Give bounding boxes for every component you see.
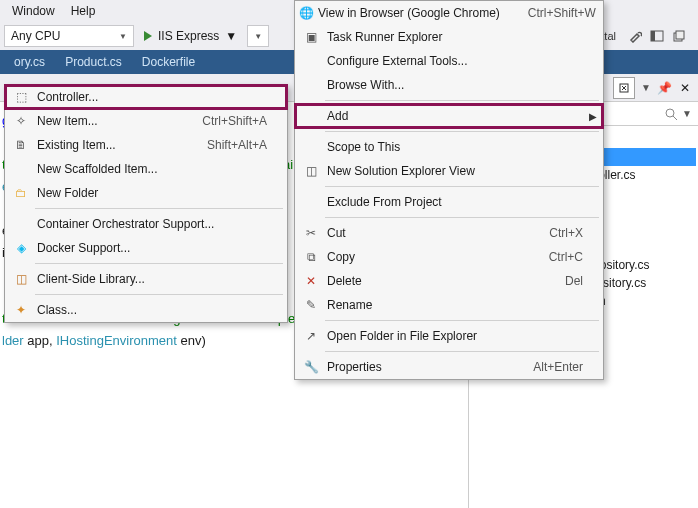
- explorer-icon: ↗: [299, 329, 323, 343]
- controller-icon: ⬚: [9, 90, 33, 104]
- pin-icon[interactable]: 📌: [657, 81, 672, 95]
- menu-separator: [35, 263, 283, 264]
- menu-scope-to-this[interactable]: Scope to This: [295, 135, 603, 159]
- search-icon: [664, 107, 678, 121]
- menu-separator: [325, 100, 599, 101]
- menu-client-side-library[interactable]: ◫Client-Side Library...: [5, 267, 287, 291]
- menu-label: Copy: [323, 250, 529, 264]
- menu-label: Scope to This: [323, 140, 583, 154]
- menu-task-runner[interactable]: ▣Task Runner Explorer: [295, 25, 603, 49]
- context-menu: 🌐View in Browser (Google Chrome)Ctrl+Shi…: [294, 0, 604, 380]
- menu-view-in-browser[interactable]: 🌐View in Browser (Google Chrome)Ctrl+Shi…: [295, 1, 603, 25]
- chevron-down-icon: ▼: [225, 29, 237, 43]
- menu-accelerator: Shift+Alt+A: [187, 138, 267, 152]
- menu-label: Existing Item...: [33, 138, 187, 152]
- menu-label: New Item...: [33, 114, 182, 128]
- menu-separator: [325, 320, 599, 321]
- menu-open-folder[interactable]: ↗Open Folder in File Explorer: [295, 324, 603, 348]
- run-button[interactable]: IIS Express ▼: [138, 25, 243, 47]
- solution-view-icon: ◫: [299, 164, 323, 178]
- menu-new-item[interactable]: ✧New Item...Ctrl+Shift+A: [5, 109, 287, 133]
- menu-label: New Solution Explorer View: [323, 164, 583, 178]
- menu-browse-with[interactable]: Browse With...: [295, 73, 603, 97]
- svg-rect-3: [676, 31, 684, 39]
- menu-controller[interactable]: ⬚Controller...: [5, 85, 287, 109]
- menu-label: Delete: [323, 274, 545, 288]
- svg-point-5: [666, 109, 674, 117]
- menu-label: Properties: [323, 360, 513, 374]
- menu-accelerator: Ctrl+Shift+A: [182, 114, 267, 128]
- menu-accelerator: Del: [545, 274, 583, 288]
- menu-existing-item[interactable]: 🗎Existing Item...Shift+Alt+A: [5, 133, 287, 157]
- menu-accelerator: Ctrl+Shift+W: [508, 6, 596, 20]
- tab-repository[interactable]: ory.cs: [4, 51, 55, 73]
- chevron-down-icon: ▼: [254, 32, 262, 41]
- existing-item-icon: 🗎: [9, 138, 33, 152]
- close-icon[interactable]: ✕: [678, 81, 692, 95]
- menu-label: Add: [323, 109, 583, 123]
- layout-icon[interactable]: [648, 27, 666, 45]
- svg-rect-1: [651, 31, 655, 41]
- cut-icon: ✂: [299, 226, 323, 240]
- menu-label: Docker Support...: [33, 241, 267, 255]
- code-token: app,: [24, 333, 57, 348]
- menu-docker-support[interactable]: ◈Docker Support...: [5, 236, 287, 260]
- chevron-down-icon: ▼: [678, 108, 692, 119]
- class-icon: ✦: [9, 303, 33, 317]
- menu-separator: [35, 208, 283, 209]
- add-submenu: ⬚Controller... ✧New Item...Ctrl+Shift+A …: [4, 84, 288, 323]
- menu-window[interactable]: Window: [4, 0, 63, 22]
- menu-separator: [325, 217, 599, 218]
- menu-label: View in Browser (Google Chrome): [314, 6, 508, 20]
- menu-separator: [325, 131, 599, 132]
- menu-class[interactable]: ✦Class...: [5, 298, 287, 322]
- menu-help[interactable]: Help: [63, 0, 104, 22]
- menu-new-folder[interactable]: 🗀New Folder: [5, 181, 287, 205]
- menu-label: New Folder: [33, 186, 267, 200]
- menu-separator: [325, 351, 599, 352]
- menu-accelerator: Ctrl+C: [529, 250, 583, 264]
- menu-label: Cut: [323, 226, 529, 240]
- submenu-arrow-icon: ▶: [589, 111, 597, 122]
- menu-label: Class...: [33, 303, 267, 317]
- menu-new-solution-view[interactable]: ◫New Solution Explorer View: [295, 159, 603, 183]
- menu-copy[interactable]: ⧉CopyCtrl+C: [295, 245, 603, 269]
- menu-properties[interactable]: 🔧PropertiesAlt+Enter: [295, 355, 603, 379]
- layers-icon[interactable]: [670, 27, 688, 45]
- menu-container-support[interactable]: Container Orchestrator Support...: [5, 212, 287, 236]
- tab-product[interactable]: Product.cs: [55, 51, 132, 73]
- menu-delete[interactable]: ✕DeleteDel: [295, 269, 603, 293]
- menu-rename[interactable]: ✎Rename: [295, 293, 603, 317]
- chevron-down-icon: ▼: [119, 32, 127, 41]
- menu-label: Open Folder in File Explorer: [323, 329, 583, 343]
- tab-dockerfile[interactable]: Dockerfile: [132, 51, 205, 73]
- scope-icon[interactable]: [613, 77, 635, 99]
- docker-icon: ◈: [9, 241, 33, 255]
- menu-configure-external[interactable]: Configure External Tools...: [295, 49, 603, 73]
- copy-icon: ⧉: [299, 250, 323, 264]
- menu-accelerator: Ctrl+X: [529, 226, 583, 240]
- menu-accelerator: Alt+Enter: [513, 360, 583, 374]
- chevron-down-icon[interactable]: ▼: [641, 82, 651, 93]
- browser-icon: 🌐: [299, 6, 314, 20]
- folder-icon: 🗀: [9, 186, 33, 200]
- menu-label: Exclude From Project: [323, 195, 583, 209]
- play-icon: [144, 31, 152, 41]
- menu-cut[interactable]: ✂CutCtrl+X: [295, 221, 603, 245]
- new-item-icon: ✧: [9, 114, 33, 128]
- tool-icon[interactable]: [626, 27, 644, 45]
- platform-combo[interactable]: Any CPU ▼: [4, 25, 134, 47]
- platform-combo-value: Any CPU: [11, 29, 60, 43]
- properties-icon: 🔧: [299, 360, 323, 374]
- menu-label: Controller...: [33, 90, 267, 104]
- menu-add[interactable]: Add▶: [295, 104, 603, 128]
- menu-separator: [35, 294, 283, 295]
- menu-label: New Scaffolded Item...: [33, 162, 267, 176]
- library-icon: ◫: [9, 272, 33, 286]
- menu-label: Browse With...: [323, 78, 583, 92]
- code-token: env): [177, 333, 206, 348]
- menu-exclude[interactable]: Exclude From Project: [295, 190, 603, 214]
- delete-icon: ✕: [299, 274, 323, 288]
- menu-scaffolded-item[interactable]: New Scaffolded Item...: [5, 157, 287, 181]
- extra-combo[interactable]: ▼: [247, 25, 269, 47]
